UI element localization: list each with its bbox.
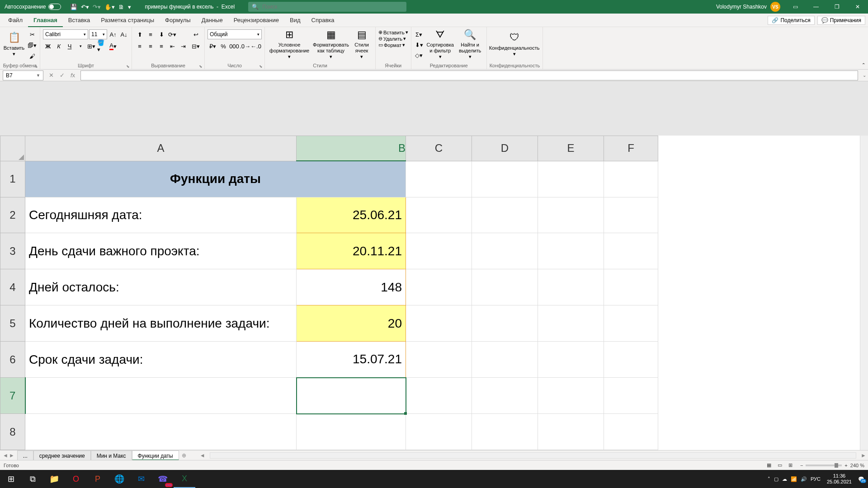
- tab-scroll-right-icon[interactable]: ►: [859, 452, 868, 459]
- cell-a5[interactable]: Количество дней на выполнение задачи:: [25, 305, 297, 342]
- cell[interactable]: [538, 305, 604, 342]
- bold-button[interactable]: Ж: [43, 41, 53, 51]
- autosave-toggle[interactable]: Автосохранение: [0, 4, 66, 10]
- font-color-icon[interactable]: A▾: [108, 41, 118, 51]
- inc-decimal-icon[interactable]: .0→: [240, 41, 250, 51]
- row-header-1[interactable]: 1: [0, 161, 25, 197]
- tab-review[interactable]: Рецензирование: [228, 14, 284, 27]
- maximize-icon[interactable]: ❐: [826, 0, 847, 14]
- cell-b4[interactable]: 148: [297, 269, 406, 305]
- fx-icon[interactable]: fx: [68, 72, 78, 79]
- cell[interactable]: [604, 378, 658, 414]
- viber-icon[interactable]: ☎248: [152, 470, 174, 488]
- font-name-combo[interactable]: Calibri▾: [43, 29, 88, 39]
- tab-insert[interactable]: Вставка: [63, 14, 95, 27]
- cell[interactable]: [472, 197, 538, 233]
- cell[interactable]: [406, 305, 472, 342]
- indent-dec-icon[interactable]: ⇤: [167, 41, 177, 51]
- cell[interactable]: [538, 378, 604, 414]
- cell[interactable]: [472, 342, 538, 378]
- cell[interactable]: [604, 161, 658, 197]
- sheet-nav-next-icon[interactable]: ►: [9, 452, 14, 459]
- cell[interactable]: [472, 269, 538, 305]
- cell[interactable]: [604, 269, 658, 305]
- user-account[interactable]: Volodymyr Shashkov VS: [712, 2, 785, 12]
- fill-icon[interactable]: ⬇▾: [414, 40, 424, 50]
- tray-overflow-icon[interactable]: ˄: [768, 476, 770, 482]
- tab-layout[interactable]: Разметка страницы: [95, 14, 160, 27]
- outlook-icon[interactable]: ✉: [130, 470, 152, 488]
- align-top-icon[interactable]: ⬆: [135, 29, 145, 39]
- tab-scroll-left-icon[interactable]: ◄: [198, 452, 207, 459]
- comma-icon[interactable]: 000: [229, 41, 239, 51]
- cut-icon[interactable]: ✂: [27, 29, 37, 39]
- col-header-d[interactable]: D: [472, 136, 538, 161]
- horizontal-scrollbar[interactable]: [210, 452, 857, 459]
- cell[interactable]: [25, 414, 297, 450]
- col-header-a[interactable]: A: [25, 136, 297, 161]
- zoom-level[interactable]: 240 %: [850, 463, 864, 468]
- page-layout-view-icon[interactable]: ▭: [775, 462, 785, 468]
- conditional-formatting-button[interactable]: ⊞ Условное форматирование▾: [268, 29, 311, 59]
- close-icon[interactable]: ✕: [847, 0, 868, 14]
- search-box[interactable]: 🔍: [248, 2, 406, 12]
- collapse-ribbon-icon[interactable]: ⌃: [862, 62, 865, 67]
- row-header-5[interactable]: 5: [0, 305, 25, 342]
- row-header-4[interactable]: 4: [0, 269, 25, 305]
- cancel-formula-icon[interactable]: ✕: [46, 72, 56, 79]
- tab-file[interactable]: Файл: [3, 14, 28, 27]
- align-center-icon[interactable]: ≡: [146, 41, 156, 51]
- insert-cells-button[interactable]: ⊕Вставить▾: [378, 29, 408, 35]
- cell[interactable]: [472, 378, 538, 414]
- meet-now-icon[interactable]: ▢: [774, 476, 778, 482]
- align-middle-icon[interactable]: ≡: [146, 29, 156, 39]
- share-button[interactable]: 🔗Поделиться: [768, 16, 814, 25]
- cell[interactable]: [538, 197, 604, 233]
- formula-bar[interactable]: [80, 70, 858, 80]
- paste-button[interactable]: 📋 Вставить ▾: [3, 29, 25, 59]
- merge-icon[interactable]: ⊟▾: [190, 41, 202, 51]
- cell-b7-active[interactable]: [297, 378, 406, 414]
- volume-icon[interactable]: 🔊: [801, 476, 807, 482]
- ribbon-display-icon[interactable]: ▭: [785, 0, 806, 14]
- vertical-scrollbar[interactable]: [860, 136, 868, 450]
- row-header-7[interactable]: 7: [0, 378, 25, 414]
- language-indicator[interactable]: РУС: [811, 476, 821, 482]
- row-header-3[interactable]: 3: [0, 233, 25, 269]
- align-bottom-icon[interactable]: ⬇: [156, 29, 166, 39]
- format-cells-button[interactable]: ▭Формат▾: [378, 42, 408, 48]
- shrink-font-icon[interactable]: A↓: [119, 29, 129, 39]
- cell[interactable]: [538, 161, 604, 197]
- sheet-tab-more[interactable]: ...: [17, 450, 33, 460]
- opera-icon[interactable]: O: [65, 470, 87, 488]
- orientation-icon[interactable]: ⟳▾: [167, 29, 177, 39]
- autosum-icon[interactable]: Σ▾: [414, 29, 424, 39]
- col-header-b[interactable]: B: [297, 136, 406, 161]
- file-explorer-icon[interactable]: 📁: [43, 470, 65, 488]
- powerpoint-icon[interactable]: P: [87, 470, 108, 488]
- cell-a6[interactable]: Срок сдачи задачи:: [25, 342, 297, 378]
- chrome-icon[interactable]: 🌐: [108, 470, 130, 488]
- col-header-e[interactable]: E: [538, 136, 604, 161]
- touch-mode-icon[interactable]: ✋▾: [104, 4, 115, 10]
- align-right-icon[interactable]: ≡: [156, 41, 166, 51]
- save-icon[interactable]: 💾: [70, 4, 77, 10]
- row-header-6[interactable]: 6: [0, 342, 25, 378]
- sheet-nav-prev-icon[interactable]: ◄: [3, 452, 8, 459]
- cell-a7[interactable]: [25, 378, 297, 414]
- expand-formula-bar-icon[interactable]: ⌄: [861, 73, 868, 78]
- cell[interactable]: [406, 269, 472, 305]
- wifi-icon[interactable]: 📶: [791, 476, 797, 482]
- comments-button[interactable]: 💬Примечания: [817, 16, 865, 25]
- borders-icon[interactable]: ⊞▾: [86, 41, 96, 51]
- sort-filter-button[interactable]: ᗊ Сортировка и фильтр▾: [426, 29, 455, 59]
- zoom-slider[interactable]: [806, 465, 842, 466]
- page-break-view-icon[interactable]: ⊞: [786, 462, 796, 468]
- search-input[interactable]: [262, 4, 403, 10]
- dec-decimal-icon[interactable]: ←.0: [251, 41, 261, 51]
- col-header-f[interactable]: F: [604, 136, 658, 161]
- cell[interactable]: [472, 233, 538, 269]
- clear-icon[interactable]: ◇▾: [414, 50, 424, 60]
- qat-customize-icon[interactable]: ▾: [128, 4, 131, 10]
- minimize-icon[interactable]: —: [806, 0, 826, 14]
